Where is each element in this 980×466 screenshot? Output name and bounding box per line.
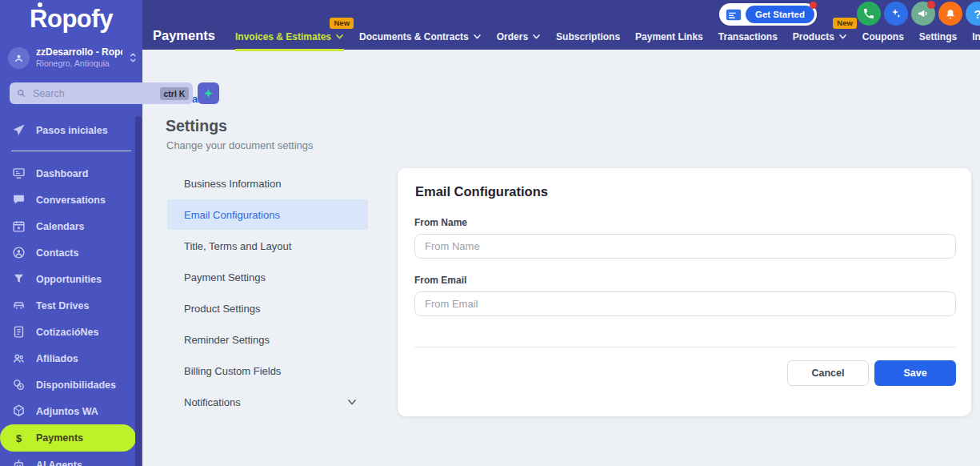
sidebar-item-dashboard[interactable]: Dashboard xyxy=(0,160,142,187)
menu-product-settings[interactable]: Product Settings xyxy=(167,293,368,323)
nav-payment-links[interactable]: Payment Links xyxy=(635,31,703,42)
nav-documents-contracts[interactable]: Documents & Contracts xyxy=(359,31,482,42)
announcements-button[interactable] xyxy=(911,2,935,26)
sidebar-item-contacts[interactable]: Contacts xyxy=(0,239,142,266)
notification-dot xyxy=(810,2,817,9)
menu-item-label: Business Information xyxy=(184,178,281,190)
menu-item-label: Payment Settings xyxy=(184,271,266,283)
chat-icon xyxy=(12,193,26,207)
chevron-down-icon xyxy=(838,34,847,40)
nav-item-label: Subscriptions xyxy=(556,31,620,42)
text-input[interactable] xyxy=(414,291,956,316)
top-nav-items: Payments Invoices & Estimates New Docume… xyxy=(153,28,980,43)
search-box[interactable]: ctrl K xyxy=(10,82,193,104)
card-title: Email Configurations xyxy=(415,184,548,199)
sidebar-item-disponibilidades[interactable]: Disponibilidades xyxy=(0,372,142,398)
coins-icon xyxy=(12,378,26,392)
rocket-icon xyxy=(12,123,26,137)
save-button[interactable]: Save xyxy=(874,360,956,386)
sidebar-item-adjuntos-wa[interactable]: Adjuntos WA xyxy=(0,398,142,424)
nav-products[interactable]: Products New xyxy=(793,31,847,42)
get-started-button[interactable]: Get Started xyxy=(746,6,814,23)
nav-invoices-estimates[interactable]: Invoices & Estimates New xyxy=(235,31,344,42)
sidebar-item-afiliados[interactable]: Afiliados xyxy=(0,345,142,372)
sidebar-item-label: Test Drives xyxy=(36,300,89,311)
menu-item-label: Reminder Settings xyxy=(184,334,270,346)
menu-email-configurations[interactable]: Email Configurations xyxy=(167,199,368,230)
help-button[interactable]: ? xyxy=(966,2,980,26)
nav-orders[interactable]: Orders xyxy=(497,31,541,42)
quick-actions-button[interactable] xyxy=(198,82,219,104)
avatar xyxy=(8,47,30,69)
search-input[interactable] xyxy=(31,87,155,100)
sidebar-scrollbar[interactable] xyxy=(135,116,142,466)
phone-button[interactable] xyxy=(857,2,881,26)
menu-title-terms-layout[interactable]: Title, Terms and Layout xyxy=(167,231,368,261)
sidebar-item-label: CotizacióNes xyxy=(36,327,99,338)
notifications-button[interactable] xyxy=(938,2,962,26)
account-location: Rionegro, Antioquia xyxy=(36,58,122,69)
phone-icon xyxy=(862,7,875,20)
sidebar-item-cotizaciones[interactable]: CotizacióNes xyxy=(0,319,142,345)
sidebar: Ropofy zzDesarrollo - Ropofy Rionegro, A… xyxy=(0,0,142,466)
calendar-icon xyxy=(12,219,26,233)
module-title: Payments xyxy=(153,28,215,43)
card-icon xyxy=(726,9,742,21)
sidebar-item-payments[interactable]: $ Payments xyxy=(0,424,136,452)
chevrons-updown-icon xyxy=(129,50,138,65)
chevron-down-icon xyxy=(347,399,357,406)
account-switcher[interactable]: zzDesarrollo - Ropofy Rionegro, Antioqui… xyxy=(8,46,138,69)
sidebar-item-label: Dashboard xyxy=(36,168,88,179)
nav-item-label: Invoices & Estimates xyxy=(235,31,331,42)
text-input[interactable] xyxy=(414,234,956,259)
question-icon: ? xyxy=(974,7,980,21)
nav-integrations[interactable]: Integrations xyxy=(972,31,980,42)
car-icon xyxy=(12,299,26,312)
account-name: zzDesarrollo - Ropofy xyxy=(36,46,122,58)
email-configurations-card: Email Configurations From Name From Emai… xyxy=(398,168,971,416)
sidebar-item-calendars[interactable]: Calendars xyxy=(0,213,142,239)
from-name-field: From Name xyxy=(414,217,956,259)
robot-icon xyxy=(12,458,26,466)
sidebar-item-label: Pasos iniciales xyxy=(36,125,108,136)
menu-notifications[interactable]: Notifications xyxy=(167,387,368,417)
nav-subscriptions[interactable]: Subscriptions xyxy=(556,31,620,42)
settings-menu: Business Information Email Configuration… xyxy=(167,168,368,418)
quote-icon xyxy=(12,325,26,339)
menu-reminder-settings[interactable]: Reminder Settings xyxy=(167,324,368,355)
nav-transactions[interactable]: Transactions xyxy=(718,31,778,42)
cube-icon xyxy=(12,404,26,418)
dollar-icon: $ xyxy=(12,432,26,445)
sidebar-item-pasos-iniciales[interactable]: Pasos iniciales xyxy=(0,117,142,143)
new-badge: New xyxy=(330,18,354,29)
sidebar-item-opportunities[interactable]: Opportunities xyxy=(0,266,142,292)
from-email-field: From Email xyxy=(414,275,956,316)
nav-coupons[interactable]: Coupons xyxy=(862,31,904,42)
bell-icon xyxy=(944,7,957,20)
menu-item-label: Product Settings xyxy=(184,303,260,315)
funnel-icon xyxy=(12,272,26,286)
shortcut-badge: ctrl K xyxy=(160,87,190,100)
nav-item-label: Products xyxy=(793,31,834,42)
card-divider xyxy=(414,347,956,347)
sidebar-item-ai-agents[interactable]: AI Agents xyxy=(0,452,142,466)
chevron-down-icon xyxy=(335,34,344,40)
logo-dot xyxy=(38,2,42,7)
menu-business-information[interactable]: Business Information xyxy=(167,168,368,199)
get-started-widget[interactable]: Get Started xyxy=(719,3,817,26)
menu-billing-custom-fields[interactable]: Billing Custom Fields xyxy=(167,356,368,386)
svg-text:$: $ xyxy=(16,432,22,444)
app-window: Ropofy zzDesarrollo - Ropofy Rionegro, A… xyxy=(0,0,980,466)
sidebar-item-label: AI Agents xyxy=(36,460,82,466)
cancel-button[interactable]: Cancel xyxy=(787,360,869,386)
page-subtitle: Change your document settings xyxy=(166,139,314,151)
menu-payment-settings[interactable]: Payment Settings xyxy=(167,262,368,292)
sidebar-item-conversations[interactable]: Conversations xyxy=(0,187,142,213)
chevron-down-icon xyxy=(473,34,482,40)
nav-item-label: Integrations xyxy=(972,31,980,42)
nav-settings[interactable]: Settings xyxy=(919,31,957,42)
sidebar-item-test-drives[interactable]: Test Drives xyxy=(0,292,142,319)
logo: Ropofy xyxy=(0,5,142,34)
nav-item-label: Payment Links xyxy=(635,31,703,42)
rewards-button[interactable] xyxy=(884,2,908,26)
